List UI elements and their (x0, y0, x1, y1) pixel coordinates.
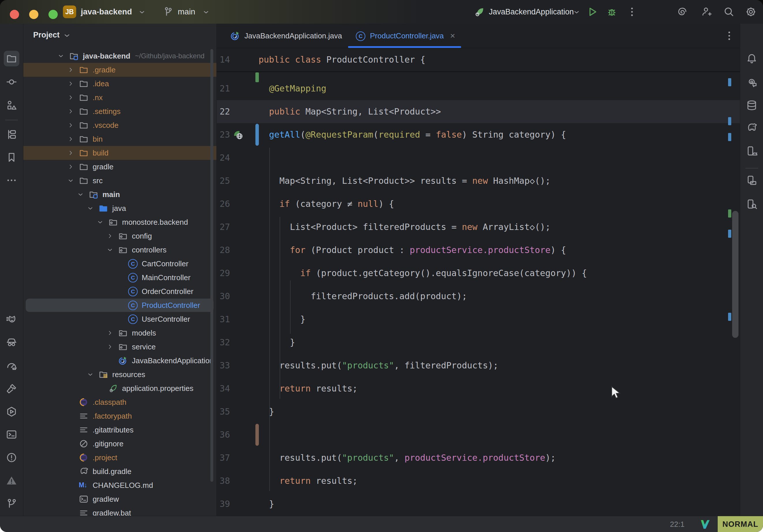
chevron-down-icon[interactable] (87, 205, 94, 212)
tree-item-main[interactable]: main (23, 187, 216, 201)
code-text[interactable]: return results; (217, 377, 740, 400)
tree-item-cartcontroller[interactable]: CCartController (23, 257, 216, 270)
tree-item-src[interactable]: src (23, 174, 216, 187)
window-zoom-button[interactable] (49, 10, 58, 19)
code-text[interactable]: getAll(@RequestParam(required = false) S… (217, 123, 740, 146)
code-text[interactable]: return results; (217, 470, 740, 492)
chevron-down-icon[interactable] (57, 53, 64, 59)
tree-item-application-properties[interactable]: application.properties (23, 381, 216, 395)
more-dots-icon[interactable] (6, 174, 17, 186)
notifications-bell-icon[interactable] (746, 53, 758, 64)
tree-item-gradlew-bat[interactable]: gradlew.bat (23, 506, 216, 516)
line-number[interactable]: 22 (217, 100, 230, 123)
line-number[interactable]: 36 (217, 423, 230, 446)
code-text[interactable]: filteredProducts.add(product); (217, 285, 740, 308)
chevron-right-icon[interactable] (106, 343, 113, 350)
line-number[interactable]: 26 (217, 192, 230, 216)
line-number[interactable]: 31 (217, 308, 230, 331)
line-number[interactable]: 14 (217, 48, 230, 71)
debug-icon[interactable] (606, 6, 617, 18)
line-number[interactable]: 33 (217, 354, 230, 377)
chevron-down-icon[interactable] (106, 246, 113, 253)
problems-icon[interactable] (6, 452, 17, 463)
line-number[interactable]: 23 (217, 123, 230, 146)
tree-item-java[interactable]: java (23, 201, 216, 215)
device-manager-icon[interactable] (746, 146, 758, 157)
line-number[interactable]: 39 (217, 492, 230, 516)
chevron-right-icon[interactable] (106, 233, 113, 240)
code-text[interactable]: } (217, 331, 740, 354)
line-number[interactable]: 38 (217, 470, 230, 492)
code-text[interactable]: public class ProductController { (217, 48, 740, 71)
line-number[interactable]: 37 (217, 446, 230, 470)
line-number[interactable]: 21 (217, 77, 230, 100)
project-panel-scrollbar[interactable] (210, 49, 213, 482)
vim-mode-badge[interactable]: NORMAL (718, 516, 763, 532)
chevron-right-icon[interactable] (67, 163, 74, 170)
editor-options-kebab-icon[interactable] (723, 30, 735, 42)
tree-item--gradle[interactable]: .gradle (23, 63, 216, 77)
tree-item--nx[interactable]: .nx (23, 91, 216, 104)
code-text[interactable]: results.put("products", filteredProducts… (217, 354, 740, 377)
code-text[interactable]: public Map<String, List<Product>> (217, 100, 740, 123)
hierarchy-icon[interactable] (6, 129, 17, 140)
project-selector[interactable]: java-backend (81, 0, 132, 24)
tree-item-service[interactable]: service (23, 340, 216, 354)
code-text[interactable]: @GetMapping (217, 77, 740, 100)
tree-item--factorypath[interactable]: .factorypath (23, 409, 216, 423)
branch-selector[interactable]: main (178, 0, 195, 24)
more-kebab-icon[interactable] (626, 6, 638, 18)
ai-swirl-icon[interactable] (676, 6, 688, 18)
line-number[interactable]: 30 (217, 285, 230, 308)
line-number[interactable]: 34 (217, 377, 230, 400)
project-folder-icon[interactable] (6, 53, 17, 64)
chevron-right-icon[interactable] (67, 94, 74, 101)
tree-item-changelog-md[interactable]: M↓CHANGELOG.md (23, 479, 216, 492)
device-explorer-icon[interactable] (746, 198, 758, 210)
line-number[interactable]: 25 (217, 169, 230, 192)
tree-item-config[interactable]: config (23, 229, 216, 243)
project-panel-header[interactable]: Project (33, 30, 71, 40)
tree-item-build-gradle[interactable]: build.gradle (23, 465, 216, 479)
profiler-icon[interactable] (6, 360, 17, 372)
code-text[interactable]: results.put("products", productService.p… (217, 446, 740, 470)
rest-endpoint-icon[interactable] (233, 130, 244, 141)
tab-productcontroller[interactable]: C ProductController.java × (348, 24, 463, 48)
tree-item-usercontroller[interactable]: CUserController (23, 312, 216, 326)
tree-item--gitignore[interactable]: .gitignore (23, 437, 216, 451)
tree-item-javabackendapplication[interactable]: JavaBackendApplication (23, 354, 216, 368)
code-text[interactable]: } (217, 400, 740, 423)
chevron-right-icon[interactable] (67, 108, 74, 115)
run-icon[interactable] (587, 6, 598, 18)
line-number[interactable]: 28 (217, 239, 230, 262)
tree-item--idea[interactable]: .idea (23, 77, 216, 91)
chevron-right-icon[interactable] (106, 330, 113, 336)
tree-item-java-backend[interactable]: java-backend~/Github/java-backend (23, 49, 216, 63)
tree-item--settings[interactable]: .settings (23, 104, 216, 118)
code-text[interactable]: List<Product> filteredProducts = new Arr… (217, 216, 740, 239)
caret-position[interactable]: 22:1 (670, 516, 685, 532)
settings-gear-icon[interactable] (745, 6, 757, 18)
code-text[interactable]: for (Product product : productService.pr… (217, 239, 740, 262)
line-number[interactable]: 35 (217, 400, 230, 423)
chevron-right-icon[interactable] (67, 66, 74, 73)
tree-item-build[interactable]: build (23, 146, 216, 160)
git-branch-icon[interactable] (6, 498, 17, 509)
line-number[interactable]: 27 (217, 216, 230, 239)
database-icon[interactable] (746, 100, 758, 111)
warning-icon[interactable] (6, 475, 17, 486)
ai-assistant-icon[interactable] (746, 76, 758, 88)
tree-item--vscode[interactable]: .vscode (23, 118, 216, 132)
gradle-icon[interactable] (746, 122, 758, 134)
incognito-icon[interactable] (6, 337, 17, 348)
chevron-right-icon[interactable] (67, 136, 74, 143)
tree-item-productcontroller[interactable]: CProductController (23, 298, 216, 312)
chevron-right-icon[interactable] (67, 122, 74, 129)
tree-item-resources[interactable]: resources (23, 368, 216, 381)
tree-item-ordercontroller[interactable]: COrderController (23, 284, 216, 298)
tree-item-bin[interactable]: bin (23, 132, 216, 146)
tree-item-controllers[interactable]: controllers (23, 243, 216, 257)
tree-item-models[interactable]: models (23, 326, 216, 340)
code-viewport[interactable]: 14public class ProductController { 21 @G… (217, 48, 740, 516)
structure-icon[interactable] (6, 100, 17, 111)
